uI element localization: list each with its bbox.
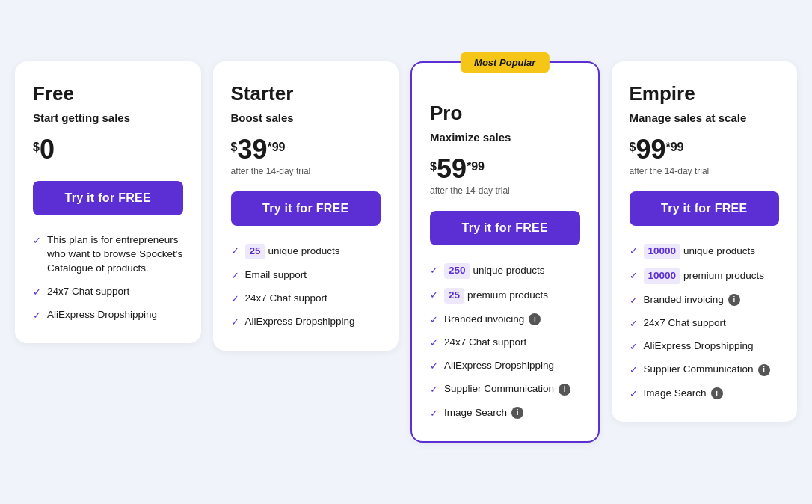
check-icon-starter-3: ✓: [231, 316, 239, 329]
plan-name-free: Free: [33, 82, 183, 105]
plan-price-empire: $99*99: [630, 136, 780, 163]
check-icon-pro-4: ✓: [430, 360, 438, 373]
check-icon-empire-3: ✓: [630, 317, 638, 331]
info-icon-pro-6[interactable]: i: [511, 407, 523, 419]
feature-item-free-2: ✓AliExpress Dropshipping: [33, 308, 183, 322]
feature-item-pro-4: ✓AliExpress Dropshipping: [430, 359, 580, 373]
check-icon-empire-5: ✓: [630, 363, 638, 377]
plan-card-pro: Most PopularProMaximize sales$59*99after…: [410, 61, 600, 443]
feature-text-pro-0: 250unique products: [444, 263, 545, 279]
info-icon-pro-2[interactable]: i: [529, 313, 541, 325]
price-cents-pro: *99: [467, 160, 485, 173]
plan-name-empire: Empire: [630, 82, 780, 105]
check-icon-starter-2: ✓: [231, 292, 239, 306]
price-cents-starter: *99: [267, 141, 285, 154]
feature-label-starter-2: 24x7 Chat support: [245, 292, 327, 306]
check-icon-free-0: ✓: [33, 234, 41, 248]
try-btn-starter[interactable]: Try it for FREE: [231, 191, 381, 226]
feature-item-starter-2: ✓24x7 Chat support: [231, 292, 381, 306]
feature-item-empire-0: ✓10000unique products: [630, 244, 780, 259]
feature-label-pro-6: Image Search: [444, 406, 507, 420]
feature-label-empire-5: Supplier Communication: [644, 363, 754, 377]
feature-text-empire-2: Branded invoicingi: [644, 293, 740, 307]
feature-item-free-1: ✓24x7 Chat support: [33, 285, 183, 299]
plan-card-free: FreeStart getting sales$0Try it for FREE…: [15, 61, 201, 343]
feature-item-pro-1: ✓25premium products: [430, 288, 580, 304]
feature-item-empire-3: ✓24x7 Chat support: [630, 316, 780, 331]
feature-text-empire-1: 10000premium products: [644, 268, 765, 284]
try-btn-free[interactable]: Try it for FREE: [33, 181, 183, 215]
feature-label-pro-0: unique products: [473, 264, 545, 278]
features-list-empire: ✓10000unique products✓10000premium produ…: [630, 244, 780, 401]
check-icon-empire-0: ✓: [630, 245, 638, 258]
highlight-pro-1: 25: [444, 288, 464, 304]
feature-label-pro-1: premium products: [467, 289, 548, 303]
price-trial-starter: after the 14-day trial: [231, 166, 381, 176]
highlight-starter-0: 25: [245, 244, 265, 259]
feature-item-starter-3: ✓AliExpress Dropshipping: [231, 315, 381, 329]
feature-text-pro-5: Supplier Communicationi: [444, 382, 570, 396]
price-trial-empire: after the 14-day trial: [630, 166, 780, 176]
feature-item-starter-0: ✓25unique products: [231, 244, 381, 259]
feature-label-pro-2: Branded invoicing: [444, 313, 524, 327]
feature-label-empire-4: AliExpress Dropshipping: [644, 339, 754, 354]
feature-item-pro-6: ✓Image Searchi: [430, 406, 580, 420]
feature-item-empire-4: ✓AliExpress Dropshipping: [630, 339, 780, 354]
features-list-pro: ✓250unique products✓25premium products✓B…: [430, 263, 580, 420]
price-dollar-pro: $: [430, 160, 437, 173]
feature-label-pro-4: AliExpress Dropshipping: [444, 359, 554, 373]
feature-label-empire-2: Branded invoicing: [644, 293, 724, 307]
feature-text-empire-4: AliExpress Dropshipping: [644, 339, 754, 354]
feature-item-pro-5: ✓Supplier Communicationi: [430, 382, 580, 396]
feature-text-pro-1: 25premium products: [444, 288, 548, 304]
try-btn-empire[interactable]: Try it for FREE: [630, 191, 780, 226]
feature-label-pro-3: 24x7 Chat support: [444, 336, 526, 350]
plan-tagline-empire: Manage sales at scale: [630, 111, 780, 124]
feature-text-pro-4: AliExpress Dropshipping: [444, 359, 554, 373]
info-icon-pro-5[interactable]: i: [559, 384, 570, 396]
plan-tagline-pro: Maximize sales: [430, 131, 580, 144]
price-dollar-starter: $: [231, 141, 238, 154]
plan-tagline-starter: Boost sales: [231, 111, 381, 124]
check-icon-starter-1: ✓: [231, 269, 239, 283]
feature-item-empire-1: ✓10000premium products: [630, 268, 780, 284]
feature-text-pro-3: 24x7 Chat support: [444, 336, 526, 350]
price-dollar-free: $: [33, 141, 40, 154]
check-icon-empire-1: ✓: [630, 269, 638, 283]
check-icon-empire-4: ✓: [630, 340, 638, 354]
check-icon-pro-6: ✓: [430, 407, 438, 420]
highlight-empire-0: 10000: [644, 244, 681, 259]
info-icon-empire-5[interactable]: i: [758, 364, 770, 376]
pricing-wrapper: FreeStart getting sales$0Try it for FREE…: [15, 61, 797, 443]
feature-item-empire-5: ✓Supplier Communicationi: [630, 363, 780, 377]
feature-item-pro-3: ✓24x7 Chat support: [430, 336, 580, 350]
check-icon-pro-3: ✓: [430, 336, 438, 350]
feature-item-empire-6: ✓Image Searchi: [630, 387, 780, 401]
feature-label-free-0: This plan is for entrepreneurs who want …: [47, 233, 183, 276]
feature-label-starter-3: AliExpress Dropshipping: [245, 315, 355, 329]
price-main-empire: 99: [636, 136, 665, 163]
feature-item-pro-2: ✓Branded invoicingi: [430, 313, 580, 327]
price-cents-empire: *99: [665, 141, 683, 154]
feature-text-free-0: This plan is for entrepreneurs who want …: [47, 233, 183, 276]
price-main-free: 0: [40, 136, 55, 163]
try-btn-pro[interactable]: Try it for FREE: [430, 211, 580, 245]
popular-badge: Most Popular: [461, 52, 549, 73]
feature-text-starter-3: AliExpress Dropshipping: [245, 315, 355, 329]
check-icon-free-2: ✓: [33, 309, 41, 322]
plan-card-starter: StarterBoost sales$39*99after the 14-day…: [213, 61, 399, 350]
feature-label-pro-5: Supplier Communication: [444, 382, 554, 396]
feature-label-starter-1: Email support: [245, 268, 307, 283]
check-icon-pro-5: ✓: [430, 383, 438, 396]
info-icon-empire-2[interactable]: i: [728, 294, 740, 306]
check-icon-empire-6: ✓: [630, 387, 638, 401]
price-main-pro: 59: [437, 156, 467, 182]
highlight-empire-1: 10000: [644, 268, 681, 284]
plan-name-starter: Starter: [231, 82, 381, 105]
features-list-starter: ✓25unique products✓Email support✓24x7 Ch…: [231, 244, 381, 329]
feature-text-starter-1: Email support: [245, 268, 307, 283]
plan-card-empire: EmpireManage sales at scale$99*99after t…: [612, 61, 798, 422]
feature-label-empire-6: Image Search: [644, 387, 707, 401]
info-icon-empire-6[interactable]: i: [711, 387, 723, 399]
feature-label-empire-1: premium products: [683, 269, 764, 283]
